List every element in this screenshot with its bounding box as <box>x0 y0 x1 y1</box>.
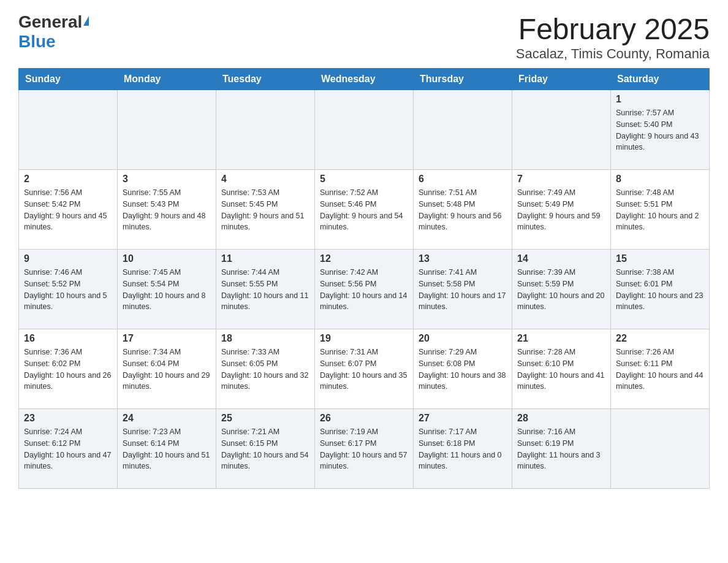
day-number: 20 <box>419 333 507 344</box>
calendar-cell-2-6: 15Sunrise: 7:38 AM Sunset: 6:01 PM Dayli… <box>611 250 710 329</box>
calendar-cell-0-4 <box>414 90 512 170</box>
calendar-cell-2-0: 9Sunrise: 7:46 AM Sunset: 5:52 PM Daylig… <box>19 250 118 329</box>
day-info: Sunrise: 7:16 AM Sunset: 6:19 PM Dayligh… <box>517 426 605 472</box>
calendar-cell-0-6: 1Sunrise: 7:57 AM Sunset: 5:40 PM Daylig… <box>611 90 710 170</box>
calendar-cell-1-0: 2Sunrise: 7:56 AM Sunset: 5:42 PM Daylig… <box>19 170 118 250</box>
calendar-cell-1-1: 3Sunrise: 7:55 AM Sunset: 5:43 PM Daylig… <box>118 170 216 250</box>
calendar-cell-3-4: 20Sunrise: 7:29 AM Sunset: 6:08 PM Dayli… <box>414 329 512 409</box>
calendar-cell-4-0: 23Sunrise: 7:24 AM Sunset: 6:12 PM Dayli… <box>19 409 118 489</box>
calendar-cell-4-3: 26Sunrise: 7:19 AM Sunset: 6:17 PM Dayli… <box>315 409 414 489</box>
day-info: Sunrise: 7:44 AM Sunset: 5:55 PM Dayligh… <box>221 267 309 313</box>
calendar-row-0: 1Sunrise: 7:57 AM Sunset: 5:40 PM Daylig… <box>19 90 710 170</box>
day-number: 10 <box>123 253 211 264</box>
day-number: 9 <box>24 253 112 264</box>
calendar-cell-3-2: 18Sunrise: 7:33 AM Sunset: 6:05 PM Dayli… <box>216 329 315 409</box>
day-info: Sunrise: 7:46 AM Sunset: 5:52 PM Dayligh… <box>24 267 112 313</box>
calendar-cell-3-1: 17Sunrise: 7:34 AM Sunset: 6:04 PM Dayli… <box>118 329 216 409</box>
day-number: 21 <box>517 333 605 344</box>
calendar-cell-2-2: 11Sunrise: 7:44 AM Sunset: 5:55 PM Dayli… <box>216 250 315 329</box>
calendar-cell-3-6: 22Sunrise: 7:26 AM Sunset: 6:11 PM Dayli… <box>611 329 710 409</box>
calendar-cell-0-1 <box>118 90 216 170</box>
day-number: 17 <box>123 333 211 344</box>
calendar-table: SundayMondayTuesdayWednesdayThursdayFrid… <box>18 68 710 489</box>
day-info: Sunrise: 7:34 AM Sunset: 6:04 PM Dayligh… <box>123 347 211 393</box>
calendar-cell-4-4: 27Sunrise: 7:17 AM Sunset: 6:18 PM Dayli… <box>414 409 512 489</box>
day-number: 23 <box>24 413 112 424</box>
title-block: February 2025 Sacalaz, Timis County, Rom… <box>516 12 710 62</box>
day-info: Sunrise: 7:49 AM Sunset: 5:49 PM Dayligh… <box>517 187 605 233</box>
weekday-header-saturday: Saturday <box>611 69 710 90</box>
day-number: 3 <box>123 174 211 185</box>
weekday-header-tuesday: Tuesday <box>216 69 315 90</box>
calendar-cell-0-3 <box>315 90 414 170</box>
day-number: 7 <box>517 174 605 185</box>
day-number: 15 <box>616 253 704 264</box>
calendar-cell-3-3: 19Sunrise: 7:31 AM Sunset: 6:07 PM Dayli… <box>315 329 414 409</box>
day-info: Sunrise: 7:19 AM Sunset: 6:17 PM Dayligh… <box>320 426 408 472</box>
calendar-cell-3-0: 16Sunrise: 7:36 AM Sunset: 6:02 PM Dayli… <box>19 329 118 409</box>
calendar-cell-4-1: 24Sunrise: 7:23 AM Sunset: 6:14 PM Dayli… <box>118 409 216 489</box>
calendar-cell-3-5: 21Sunrise: 7:28 AM Sunset: 6:10 PM Dayli… <box>512 329 611 409</box>
weekday-header-sunday: Sunday <box>19 69 118 90</box>
day-info: Sunrise: 7:28 AM Sunset: 6:10 PM Dayligh… <box>517 347 605 393</box>
day-number: 27 <box>419 413 507 424</box>
day-number: 5 <box>320 174 408 185</box>
day-info: Sunrise: 7:52 AM Sunset: 5:46 PM Dayligh… <box>320 187 408 233</box>
day-info: Sunrise: 7:57 AM Sunset: 5:40 PM Dayligh… <box>616 107 704 153</box>
day-number: 24 <box>123 413 211 424</box>
day-info: Sunrise: 7:31 AM Sunset: 6:07 PM Dayligh… <box>320 347 408 393</box>
day-info: Sunrise: 7:24 AM Sunset: 6:12 PM Dayligh… <box>24 426 112 472</box>
day-info: Sunrise: 7:51 AM Sunset: 5:48 PM Dayligh… <box>419 187 507 233</box>
calendar-cell-4-5: 28Sunrise: 7:16 AM Sunset: 6:19 PM Dayli… <box>512 409 611 489</box>
calendar-row-3: 16Sunrise: 7:36 AM Sunset: 6:02 PM Dayli… <box>19 329 710 409</box>
day-number: 28 <box>517 413 605 424</box>
day-number: 14 <box>517 253 605 264</box>
calendar-row-2: 9Sunrise: 7:46 AM Sunset: 5:52 PM Daylig… <box>19 250 710 329</box>
day-info: Sunrise: 7:38 AM Sunset: 6:01 PM Dayligh… <box>616 267 704 313</box>
day-number: 25 <box>221 413 309 424</box>
calendar-cell-1-6: 8Sunrise: 7:48 AM Sunset: 5:51 PM Daylig… <box>611 170 710 250</box>
day-info: Sunrise: 7:48 AM Sunset: 5:51 PM Dayligh… <box>616 187 704 233</box>
day-number: 2 <box>24 174 112 185</box>
day-info: Sunrise: 7:42 AM Sunset: 5:56 PM Dayligh… <box>320 267 408 313</box>
calendar-header: SundayMondayTuesdayWednesdayThursdayFrid… <box>19 69 710 90</box>
day-number: 6 <box>419 174 507 185</box>
day-info: Sunrise: 7:36 AM Sunset: 6:02 PM Dayligh… <box>24 347 112 393</box>
calendar-cell-2-1: 10Sunrise: 7:45 AM Sunset: 5:54 PM Dayli… <box>118 250 216 329</box>
calendar-cell-0-2 <box>216 90 315 170</box>
day-info: Sunrise: 7:33 AM Sunset: 6:05 PM Dayligh… <box>221 347 309 393</box>
month-title: February 2025 <box>516 12 710 46</box>
day-number: 11 <box>221 253 309 264</box>
calendar-cell-4-6 <box>611 409 710 489</box>
logo-blue-text: Blue <box>18 32 56 51</box>
day-number: 22 <box>616 333 704 344</box>
calendar-cell-1-5: 7Sunrise: 7:49 AM Sunset: 5:49 PM Daylig… <box>512 170 611 250</box>
day-number: 16 <box>24 333 112 344</box>
weekday-header-thursday: Thursday <box>414 69 512 90</box>
logo: General Blue <box>18 12 89 52</box>
day-info: Sunrise: 7:17 AM Sunset: 6:18 PM Dayligh… <box>419 426 507 472</box>
day-info: Sunrise: 7:21 AM Sunset: 6:15 PM Dayligh… <box>221 426 309 472</box>
weekday-header-row: SundayMondayTuesdayWednesdayThursdayFrid… <box>19 69 710 90</box>
day-number: 13 <box>419 253 507 264</box>
logo-triangle-icon <box>83 16 89 26</box>
day-info: Sunrise: 7:29 AM Sunset: 6:08 PM Dayligh… <box>419 347 507 393</box>
calendar-body: 1Sunrise: 7:57 AM Sunset: 5:40 PM Daylig… <box>19 90 710 489</box>
day-info: Sunrise: 7:26 AM Sunset: 6:11 PM Dayligh… <box>616 347 704 393</box>
calendar-cell-0-0 <box>19 90 118 170</box>
calendar-cell-1-3: 5Sunrise: 7:52 AM Sunset: 5:46 PM Daylig… <box>315 170 414 250</box>
calendar-cell-4-2: 25Sunrise: 7:21 AM Sunset: 6:15 PM Dayli… <box>216 409 315 489</box>
day-number: 19 <box>320 333 408 344</box>
logo-general-text: General <box>18 12 82 32</box>
day-number: 1 <box>616 94 704 105</box>
day-number: 18 <box>221 333 309 344</box>
day-info: Sunrise: 7:39 AM Sunset: 5:59 PM Dayligh… <box>517 267 605 313</box>
day-info: Sunrise: 7:56 AM Sunset: 5:42 PM Dayligh… <box>24 187 112 233</box>
calendar-row-4: 23Sunrise: 7:24 AM Sunset: 6:12 PM Dayli… <box>19 409 710 489</box>
day-info: Sunrise: 7:41 AM Sunset: 5:58 PM Dayligh… <box>419 267 507 313</box>
day-number: 12 <box>320 253 408 264</box>
calendar-cell-2-4: 13Sunrise: 7:41 AM Sunset: 5:58 PM Dayli… <box>414 250 512 329</box>
page-header: General Blue February 2025 Sacalaz, Timi… <box>18 12 710 62</box>
location-title: Sacalaz, Timis County, Romania <box>516 46 710 62</box>
weekday-header-wednesday: Wednesday <box>315 69 414 90</box>
